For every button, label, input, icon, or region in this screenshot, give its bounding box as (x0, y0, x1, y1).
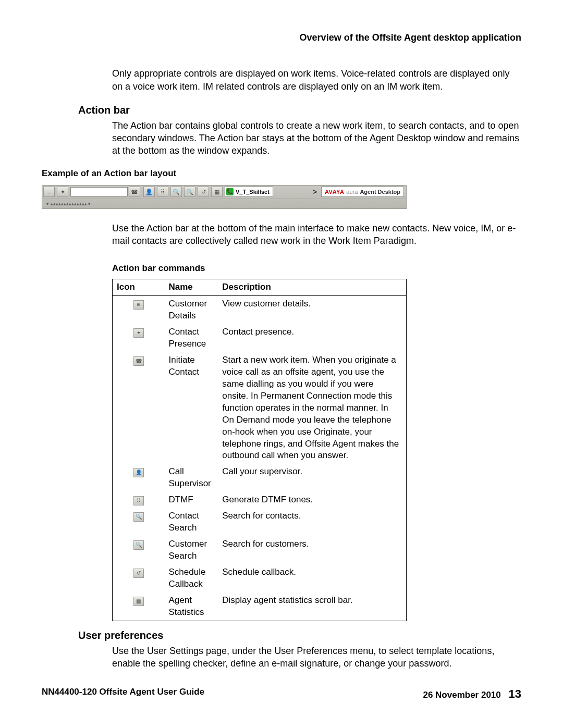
page-footer: NN44400-120 Offsite Agent User Guide 26 … (42, 686, 521, 702)
user-preferences-description: Use the User Settings page, under the Us… (112, 645, 521, 670)
action-bar-bottom-tab[interactable]: ▾ ▴▴▴▴▴▴▴▴▴▴▴▴▴▴ ▾ (42, 199, 406, 208)
action-bar-example-heading: Example of an Action bar layout (42, 168, 521, 180)
col-desc: Description (218, 279, 406, 296)
contact-presence-icon[interactable]: ✦ (57, 187, 68, 197)
cmd-name: Contact Presence (165, 324, 218, 352)
table-row: ☎ Initiate Contact Start a new work item… (113, 352, 407, 464)
agent-desktop-label: Agent Desktop (360, 188, 400, 196)
cmd-name: Call Supervisor (165, 464, 218, 492)
cmd-name: Initiate Contact (165, 352, 218, 464)
aura-label: aura (346, 188, 358, 196)
col-icon: Icon (113, 279, 165, 296)
footer-doc-id: NN44400-120 Offsite Agent User Guide (42, 686, 204, 702)
cmd-desc: Contact presence. (218, 324, 406, 352)
table-header-row: Icon Name Description (113, 279, 407, 296)
table-row: 🔍 Customer Search Search for customers. (113, 536, 407, 564)
action-bar-usage: Use the Action bar at the bottom of the … (112, 222, 521, 248)
cmd-name: Customer Search (165, 536, 218, 564)
footer-date: 26 November 2010 (423, 690, 500, 700)
customer-details-icon[interactable]: ≡ (43, 187, 55, 197)
cmd-desc: Generate DTMF tones. (218, 492, 406, 508)
user-preferences-heading: User preferences (78, 628, 521, 643)
cmd-desc: Display agent statistics scroll bar. (218, 593, 406, 621)
initiate-contact-icon[interactable]: ☎ (129, 187, 140, 197)
table-row: 👤 Call Supervisor Call your supervisor. (113, 464, 407, 492)
customer-search-icon: 🔍 (133, 540, 144, 550)
cmd-name: Schedule Callback (165, 564, 218, 593)
action-bar-example: ≡ ✦ ☎ 👤 ⠿ 🔍 🔍 ↺ ▦ 📞 V_T_Skillset > AVAYA… (42, 185, 407, 209)
table-row: ▦ Agent Statistics Display agent statist… (113, 593, 407, 621)
customer-details-icon: ≡ (133, 300, 144, 310)
initiate-contact-icon: ☎ (133, 356, 144, 366)
call-supervisor-icon[interactable]: 👤 (143, 187, 155, 197)
commands-table: Icon Name Description ≡ Customer Details… (112, 279, 407, 621)
avaya-logo: AVAYA (325, 188, 344, 196)
intro-paragraph: Only appropriate controls are displayed … (112, 67, 521, 93)
cmd-desc: Call your supervisor. (218, 464, 406, 492)
dtmf-icon[interactable]: ⠿ (157, 187, 168, 197)
contact-search-icon[interactable]: 🔍 (170, 187, 182, 197)
table-row: ⠿ DTMF Generate DTMF tones. (113, 492, 407, 508)
table-row: ≡ Customer Details View customer details… (113, 296, 407, 324)
action-bar-heading: Action bar (78, 103, 521, 117)
dtmf-icon: ⠿ (133, 496, 144, 505)
phone-icon: 📞 (226, 188, 234, 195)
cmd-name: Agent Statistics (165, 593, 218, 621)
cmd-desc: Search for contacts. (218, 508, 406, 536)
customer-search-icon[interactable]: 🔍 (184, 187, 195, 197)
commands-table-caption: Action bar commands (112, 263, 521, 275)
contact-search-icon: 🔍 (133, 512, 144, 522)
action-bar-input[interactable] (70, 187, 128, 196)
cmd-desc: Schedule callback. (218, 564, 406, 593)
page-header-title: Overview of the Offsite Agent desktop ap… (42, 31, 521, 44)
skillset-label: V_T_Skillset (236, 188, 270, 196)
agent-statistics-icon[interactable]: ▦ (211, 187, 223, 197)
call-supervisor-icon: 👤 (133, 468, 144, 477)
cmd-desc: Search for customers. (218, 536, 406, 564)
action-bar-description: The Action bar contains global controls … (112, 119, 521, 157)
table-row: 🔍 Contact Search Search for contacts. (113, 508, 407, 536)
brand-badge: AVAYA aura Agent Desktop (321, 187, 404, 197)
skillset-dropdown[interactable]: 📞 V_T_Skillset (225, 187, 273, 197)
cmd-name: Customer Details (165, 296, 218, 324)
schedule-callback-icon: ↺ (133, 569, 144, 578)
table-row: ↺ Schedule Callback Schedule callback. (113, 564, 407, 593)
cmd-desc: Start a new work item. When you originat… (218, 352, 406, 464)
contact-presence-icon: ✦ (133, 328, 144, 338)
cmd-name: DTMF (165, 492, 218, 508)
cmd-name: Contact Search (165, 508, 218, 536)
col-name: Name (165, 279, 218, 296)
table-row: ✦ Contact Presence Contact presence. (113, 324, 407, 352)
agent-statistics-icon: ▦ (133, 597, 144, 606)
footer-page-number: 13 (509, 687, 521, 700)
chevron-right-icon[interactable]: > (313, 187, 317, 197)
schedule-callback-icon[interactable]: ↺ (198, 187, 209, 197)
cmd-desc: View customer details. (218, 296, 406, 324)
